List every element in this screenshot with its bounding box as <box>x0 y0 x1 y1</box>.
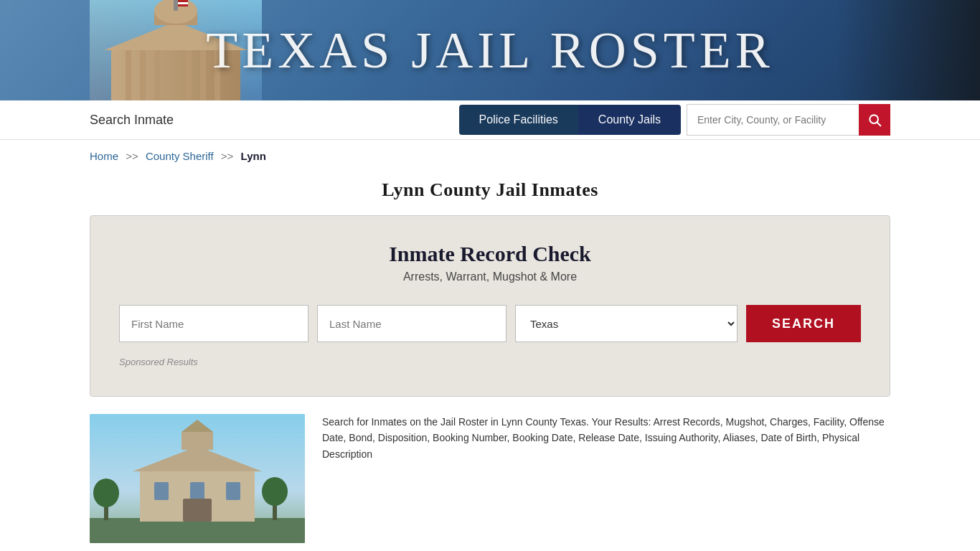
svg-rect-6 <box>200 43 206 100</box>
svg-rect-3 <box>140 43 146 100</box>
svg-rect-2 <box>126 43 131 100</box>
county-jails-button[interactable]: County Jails <box>578 105 681 135</box>
breadcrumb-sep1: >> <box>126 150 138 162</box>
record-check-title: Inmate Record Check <box>119 242 861 266</box>
record-search-button[interactable]: SEARCH <box>746 305 861 342</box>
svg-rect-25 <box>183 499 212 522</box>
search-icon <box>867 113 882 127</box>
record-check-box: Inmate Record Check Arrests, Warrant, Mu… <box>90 215 890 397</box>
svg-rect-22 <box>154 482 169 500</box>
svg-rect-4 <box>154 43 160 100</box>
jail-keys-overlay <box>837 0 980 100</box>
record-check-form: AlabamaAlaskaArizonaArkansasCaliforniaCo… <box>119 305 861 342</box>
nav-buttons: Police Facilities County Jails <box>459 104 890 136</box>
facility-search-input[interactable] <box>687 104 859 136</box>
svg-rect-23 <box>190 482 204 500</box>
state-select[interactable]: AlabamaAlaskaArizonaArkansasCaliforniaCo… <box>515 305 738 342</box>
breadcrumb-county-sheriff[interactable]: County Sheriff <box>146 150 214 162</box>
navbar: Search Inmate Police Facilities County J… <box>0 100 980 140</box>
breadcrumb-current: Lynn <box>241 150 266 162</box>
description-text: Search for Inmates on the Jail Roster in… <box>322 414 890 543</box>
svg-point-27 <box>93 479 119 507</box>
banner-title: Texas Jail Roster <box>206 21 773 80</box>
page-title: Lynn County Jail Inmates <box>0 179 980 201</box>
sponsored-results-label: Sponsored Results <box>119 357 861 367</box>
last-name-input[interactable] <box>317 305 507 342</box>
first-name-input[interactable] <box>119 305 308 342</box>
svg-line-15 <box>877 123 881 126</box>
svg-rect-17 <box>90 518 305 543</box>
svg-rect-11 <box>174 0 178 11</box>
courthouse-icon <box>90 414 305 543</box>
svg-point-29 <box>262 477 288 506</box>
breadcrumb-home[interactable]: Home <box>90 150 118 162</box>
building-image <box>90 414 305 543</box>
breadcrumb: Home >> County Sheriff >> Lynn <box>0 140 980 172</box>
svg-rect-24 <box>226 482 240 500</box>
header-banner: Texas Jail Roster <box>0 0 980 100</box>
bottom-section: Search for Inmates on the Jail Roster in… <box>0 414 980 543</box>
record-check-subtitle: Arrests, Warrant, Mugshot & More <box>119 270 861 283</box>
breadcrumb-sep2: >> <box>221 150 234 162</box>
svg-rect-13 <box>178 2 188 4</box>
nav-search-button[interactable] <box>859 104 890 136</box>
svg-rect-5 <box>186 43 192 100</box>
svg-rect-20 <box>182 432 213 450</box>
police-facilities-button[interactable]: Police Facilities <box>459 105 578 135</box>
search-inmate-label: Search Inmate <box>90 113 459 128</box>
